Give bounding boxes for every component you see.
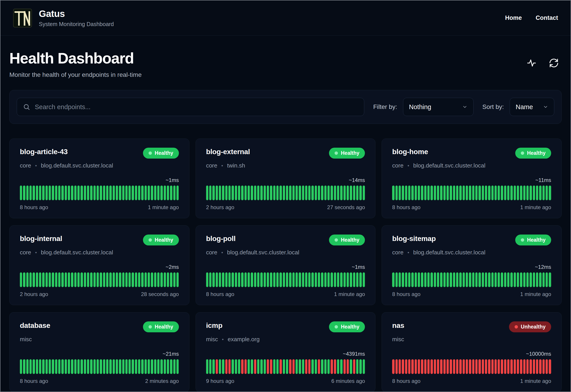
uptime-bar-success <box>93 359 96 374</box>
uptime-bar-success <box>100 359 102 374</box>
meta-separator: • <box>222 336 224 342</box>
endpoint-group: core <box>20 249 31 256</box>
meta-separator: • <box>35 250 37 255</box>
uptime-bar-success <box>340 185 342 200</box>
uptime-bar-success <box>260 359 263 374</box>
uptime-bar-success <box>514 185 516 200</box>
uptime-bar-success <box>264 185 266 200</box>
uptime-bar-success <box>526 272 529 287</box>
uptime-bar-success <box>32 359 35 374</box>
endpoint-card[interactable]: blog-internal Healthy core • blog.defaul… <box>9 225 189 305</box>
uptime-bar-failure <box>344 359 346 374</box>
uptime-bar-success <box>488 185 490 200</box>
filter-select[interactable]: Nothing <box>403 98 474 116</box>
endpoint-card[interactable]: database Healthy misc ~21ms 8 hours ago … <box>9 312 189 392</box>
search-icon <box>23 103 30 111</box>
uptime-bar-failure <box>331 359 333 374</box>
meta-separator: • <box>35 163 37 168</box>
uptime-bar-failure <box>408 359 410 374</box>
card-header: database Healthy <box>20 322 179 332</box>
uptime-bar-success <box>485 185 487 200</box>
uptime-bar-success <box>68 359 70 374</box>
uptime-bar-failure <box>292 359 295 374</box>
endpoint-card[interactable]: blog-sitemap Healthy core • blog.default… <box>382 225 562 305</box>
uptime-bar-success <box>459 185 462 200</box>
uptime-bar-success <box>498 272 500 287</box>
card-header: blog-article-43 Healthy <box>20 148 179 159</box>
uptime-bar-success <box>482 272 484 287</box>
uptime-bar-success <box>549 272 551 287</box>
uptime-bar-success <box>305 272 307 287</box>
endpoint-card[interactable]: icmp Healthy misc • example.org ~4391ms … <box>195 312 376 392</box>
uptime-bar-success <box>42 185 44 200</box>
uptime-bar-success <box>141 272 143 287</box>
endpoint-card[interactable]: blog-external Healthy core • twin.sh ~14… <box>195 139 376 218</box>
meta-separator: • <box>221 163 223 168</box>
latency-label: ~10000ms <box>392 351 551 357</box>
uptime-bar-success <box>491 272 494 287</box>
uptime-bar-success <box>93 272 96 287</box>
top-bar: Gatus System Monitoring Dashboard Home C… <box>0 0 571 36</box>
uptime-bar-success <box>542 185 545 200</box>
uptime-bar-success <box>138 359 140 374</box>
meta-separator: • <box>221 250 223 255</box>
uptime-bar-success <box>228 185 231 200</box>
uptime-bar-success <box>321 185 323 200</box>
uptime-bar-failure <box>536 359 538 374</box>
uptime-bar-success <box>431 272 433 287</box>
endpoint-meta: core • blog.default.svc.cluster.local <box>392 162 551 169</box>
uptime-bar-success <box>475 272 478 287</box>
uptime-bar-success <box>90 359 92 374</box>
activity-pulse-icon[interactable] <box>527 58 536 68</box>
search-input[interactable] <box>17 98 364 116</box>
uptime-bar-success <box>305 185 307 200</box>
uptime-bar-failure <box>546 359 548 374</box>
uptime-bar-success <box>504 272 506 287</box>
status-dot-icon <box>521 152 524 155</box>
uptime-bar-success <box>106 272 108 287</box>
uptime-bar-success <box>45 359 48 374</box>
uptime-bar-success <box>392 185 394 200</box>
uptime-bar-success <box>132 272 134 287</box>
uptime-bar-success <box>520 185 522 200</box>
uptime-bar-failure <box>495 359 497 374</box>
endpoint-name: blog-sitemap <box>392 235 436 243</box>
uptime-bar-success <box>106 185 108 200</box>
endpoint-card[interactable]: blog-home Healthy core • blog.default.sv… <box>382 139 562 218</box>
uptime-bar-success <box>128 185 131 200</box>
latency-label: ~21ms <box>20 351 179 357</box>
uptime-bar-success <box>222 272 224 287</box>
endpoint-card[interactable]: blog-poll Healthy core • blog.default.sv… <box>195 225 376 305</box>
uptime-bar-success <box>42 272 44 287</box>
uptime-bar-failure <box>533 359 535 374</box>
uptime-bar-success <box>466 272 468 287</box>
endpoint-group: core <box>20 162 31 169</box>
uptime-bar-success <box>55 272 57 287</box>
uptime-bar-success <box>498 185 500 200</box>
uptime-bar-failure <box>514 359 516 374</box>
endpoint-card[interactable]: blog-article-43 Healthy core • blog.defa… <box>9 139 189 218</box>
top-nav: Home Contact <box>505 14 558 21</box>
uptime-bar-success <box>472 185 474 200</box>
card-footer: 8 hours ago 1 minute ago <box>392 204 551 210</box>
nav-contact-link[interactable]: Contact <box>536 14 558 21</box>
uptime-bar-success <box>463 272 465 287</box>
card-header: blog-home Healthy <box>392 148 551 159</box>
uptime-bars <box>392 272 551 287</box>
uptime-bar-success <box>418 185 420 200</box>
uptime-bar-success <box>251 185 253 200</box>
refresh-icon[interactable] <box>549 58 558 68</box>
uptime-bar-success <box>302 359 304 374</box>
uptime-bar-success <box>138 185 140 200</box>
endpoint-card[interactable]: nas Unhealthy misc ~10000ms 8 hours ago … <box>382 312 562 392</box>
history-end: 1 minute ago <box>520 291 551 297</box>
uptime-bar-success <box>68 185 70 200</box>
uptime-bar-failure <box>539 359 541 374</box>
uptime-bar-success <box>235 185 237 200</box>
sort-select[interactable]: Name <box>510 98 554 116</box>
nav-home-link[interactable]: Home <box>505 14 522 21</box>
uptime-bar-failure <box>424 359 426 374</box>
uptime-bar-success <box>74 359 76 374</box>
uptime-bar-success <box>488 272 490 287</box>
status-badge: Healthy <box>515 235 551 245</box>
